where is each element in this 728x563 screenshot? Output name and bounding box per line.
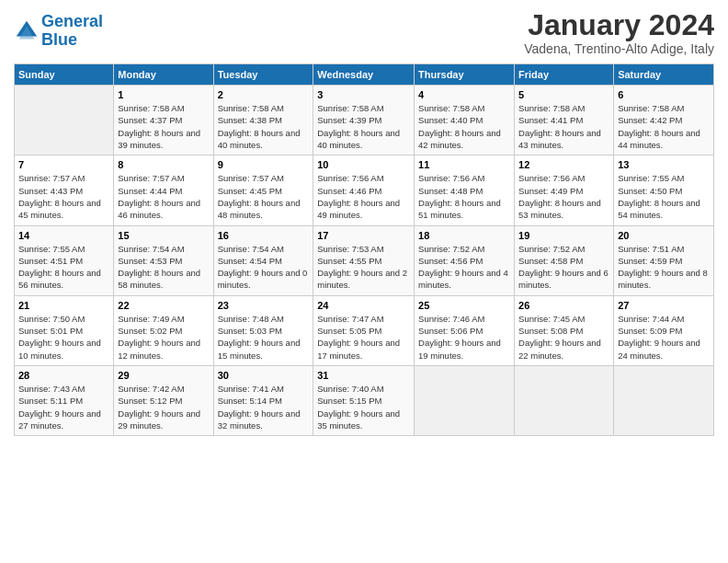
- day-number: 22: [118, 300, 209, 311]
- calendar-cell: 3Sunrise: 7:58 AMSunset: 4:39 PMDaylight…: [313, 86, 415, 155]
- day-number: 21: [18, 300, 109, 311]
- day-number: 19: [518, 230, 609, 241]
- day-info: Sunrise: 7:55 AMSunset: 4:51 PMDaylight:…: [18, 243, 109, 292]
- day-info: Sunrise: 7:58 AMSunset: 4:37 PMDaylight:…: [118, 102, 209, 151]
- day-number: 11: [418, 159, 510, 170]
- day-info: Sunrise: 7:53 AMSunset: 4:55 PMDaylight:…: [317, 243, 410, 292]
- day-number: 7: [18, 159, 109, 170]
- day-info: Sunrise: 7:49 AMSunset: 5:02 PMDaylight:…: [118, 313, 209, 362]
- calendar-cell: 7Sunrise: 7:57 AMSunset: 4:43 PMDaylight…: [15, 155, 114, 225]
- calendar-cell: 25Sunrise: 7:46 AMSunset: 5:06 PMDayligh…: [415, 295, 515, 365]
- day-number: 16: [218, 230, 310, 241]
- day-info: Sunrise: 7:51 AMSunset: 4:59 PMDaylight:…: [618, 243, 710, 292]
- day-number: 24: [317, 300, 410, 311]
- calendar-cell: 31Sunrise: 7:40 AMSunset: 5:15 PMDayligh…: [313, 365, 415, 435]
- day-info: Sunrise: 7:48 AMSunset: 5:03 PMDaylight:…: [218, 313, 310, 362]
- calendar-cell: 18Sunrise: 7:52 AMSunset: 4:56 PMDayligh…: [415, 225, 515, 295]
- weekday-header-sunday: Sunday: [15, 64, 114, 86]
- day-number: 18: [418, 230, 510, 241]
- day-number: 20: [618, 230, 710, 241]
- day-info: Sunrise: 7:58 AMSunset: 4:41 PMDaylight:…: [518, 102, 609, 151]
- calendar-cell: 21Sunrise: 7:50 AMSunset: 5:01 PMDayligh…: [15, 295, 114, 365]
- day-info: Sunrise: 7:42 AMSunset: 5:12 PMDaylight:…: [118, 383, 209, 431]
- calendar-cell: 5Sunrise: 7:58 AMSunset: 4:41 PMDaylight…: [515, 86, 614, 155]
- day-info: Sunrise: 7:40 AMSunset: 5:15 PMDaylight:…: [317, 383, 410, 431]
- calendar-cell: [415, 365, 515, 435]
- weekday-header-thursday: Thursday: [415, 64, 515, 86]
- month-title: January 2024: [524, 9, 714, 41]
- calendar-cell: 10Sunrise: 7:56 AMSunset: 4:46 PMDayligh…: [313, 155, 415, 225]
- day-info: Sunrise: 7:54 AMSunset: 4:54 PMDaylight:…: [218, 243, 310, 292]
- calendar-cell: 9Sunrise: 7:57 AMSunset: 4:45 PMDaylight…: [213, 155, 313, 225]
- calendar-cell: 1Sunrise: 7:58 AMSunset: 4:37 PMDaylight…: [114, 86, 213, 155]
- day-info: Sunrise: 7:47 AMSunset: 5:05 PMDaylight:…: [317, 313, 410, 362]
- weekday-header-friday: Friday: [515, 64, 614, 86]
- day-info: Sunrise: 7:57 AMSunset: 4:44 PMDaylight:…: [118, 172, 209, 221]
- day-info: Sunrise: 7:45 AMSunset: 5:08 PMDaylight:…: [518, 313, 609, 362]
- day-number: 6: [618, 89, 710, 100]
- day-number: 12: [518, 159, 609, 170]
- calendar-cell: 28Sunrise: 7:43 AMSunset: 5:11 PMDayligh…: [15, 365, 114, 435]
- calendar-cell: 13Sunrise: 7:55 AMSunset: 4:50 PMDayligh…: [614, 155, 714, 225]
- calendar-cell: 27Sunrise: 7:44 AMSunset: 5:09 PMDayligh…: [614, 295, 714, 365]
- day-number: 8: [118, 159, 209, 170]
- header-row: SundayMondayTuesdayWednesdayThursdayFrid…: [15, 64, 714, 86]
- day-number: 27: [618, 300, 710, 311]
- calendar-cell: 19Sunrise: 7:52 AMSunset: 4:58 PMDayligh…: [515, 225, 614, 295]
- calendar-cell: 30Sunrise: 7:41 AMSunset: 5:14 PMDayligh…: [213, 365, 313, 435]
- day-info: Sunrise: 7:41 AMSunset: 5:14 PMDaylight:…: [218, 383, 310, 431]
- day-info: Sunrise: 7:57 AMSunset: 4:43 PMDaylight:…: [18, 172, 109, 221]
- calendar-cell: 4Sunrise: 7:58 AMSunset: 4:40 PMDaylight…: [415, 86, 515, 155]
- week-row-3: 14Sunrise: 7:55 AMSunset: 4:51 PMDayligh…: [15, 225, 714, 295]
- calendar-cell: [15, 86, 114, 155]
- title-block: January 2024 Vadena, Trentino-Alto Adige…: [524, 9, 714, 56]
- day-info: Sunrise: 7:56 AMSunset: 4:46 PMDaylight:…: [317, 172, 410, 221]
- week-row-2: 7Sunrise: 7:57 AMSunset: 4:43 PMDaylight…: [15, 155, 714, 225]
- day-number: 23: [218, 300, 310, 311]
- day-info: Sunrise: 7:58 AMSunset: 4:39 PMDaylight:…: [317, 102, 410, 151]
- weekday-header-saturday: Saturday: [614, 64, 714, 86]
- day-number: 14: [18, 230, 109, 241]
- day-info: Sunrise: 7:58 AMSunset: 4:42 PMDaylight:…: [618, 102, 710, 151]
- location-title: Vadena, Trentino-Alto Adige, Italy: [524, 41, 714, 56]
- day-number: 3: [317, 89, 410, 100]
- calendar-cell: 15Sunrise: 7:54 AMSunset: 4:53 PMDayligh…: [114, 225, 213, 295]
- day-info: Sunrise: 7:55 AMSunset: 4:50 PMDaylight:…: [618, 172, 710, 221]
- day-number: 5: [518, 89, 609, 100]
- page-container: General Blue January 2024 Vadena, Trenti…: [0, 0, 728, 445]
- day-info: Sunrise: 7:58 AMSunset: 4:38 PMDaylight:…: [218, 102, 310, 151]
- day-info: Sunrise: 7:56 AMSunset: 4:49 PMDaylight:…: [518, 172, 609, 221]
- day-number: 30: [218, 370, 310, 381]
- week-row-5: 28Sunrise: 7:43 AMSunset: 5:11 PMDayligh…: [15, 365, 714, 435]
- day-info: Sunrise: 7:52 AMSunset: 4:56 PMDaylight:…: [418, 243, 510, 292]
- week-row-1: 1Sunrise: 7:58 AMSunset: 4:37 PMDaylight…: [15, 86, 714, 155]
- calendar-cell: 17Sunrise: 7:53 AMSunset: 4:55 PMDayligh…: [313, 225, 415, 295]
- calendar-cell: 14Sunrise: 7:55 AMSunset: 4:51 PMDayligh…: [15, 225, 114, 295]
- day-number: 17: [317, 230, 410, 241]
- calendar-cell: 26Sunrise: 7:45 AMSunset: 5:08 PMDayligh…: [515, 295, 614, 365]
- logo-icon: [14, 18, 40, 44]
- calendar-cell: [614, 365, 714, 435]
- day-info: Sunrise: 7:50 AMSunset: 5:01 PMDaylight:…: [18, 313, 109, 362]
- calendar-table: SundayMondayTuesdayWednesdayThursdayFrid…: [14, 63, 714, 436]
- day-info: Sunrise: 7:46 AMSunset: 5:06 PMDaylight:…: [418, 313, 510, 362]
- calendar-cell: 23Sunrise: 7:48 AMSunset: 5:03 PMDayligh…: [213, 295, 313, 365]
- day-info: Sunrise: 7:52 AMSunset: 4:58 PMDaylight:…: [518, 243, 609, 292]
- day-info: Sunrise: 7:43 AMSunset: 5:11 PMDaylight:…: [18, 383, 109, 431]
- day-number: 13: [618, 159, 710, 170]
- day-number: 2: [218, 89, 310, 100]
- calendar-cell: 12Sunrise: 7:56 AMSunset: 4:49 PMDayligh…: [515, 155, 614, 225]
- day-number: 29: [118, 370, 209, 381]
- day-number: 1: [118, 89, 209, 100]
- header: General Blue January 2024 Vadena, Trenti…: [14, 9, 714, 56]
- day-info: Sunrise: 7:56 AMSunset: 4:48 PMDaylight:…: [418, 172, 510, 221]
- calendar-cell: 24Sunrise: 7:47 AMSunset: 5:05 PMDayligh…: [313, 295, 415, 365]
- day-number: 10: [317, 159, 410, 170]
- day-number: 26: [518, 300, 609, 311]
- day-info: Sunrise: 7:54 AMSunset: 4:53 PMDaylight:…: [118, 243, 209, 292]
- day-number: 25: [418, 300, 510, 311]
- day-number: 31: [317, 370, 410, 381]
- day-number: 15: [118, 230, 209, 241]
- calendar-cell: 8Sunrise: 7:57 AMSunset: 4:44 PMDaylight…: [114, 155, 213, 225]
- day-number: 28: [18, 370, 109, 381]
